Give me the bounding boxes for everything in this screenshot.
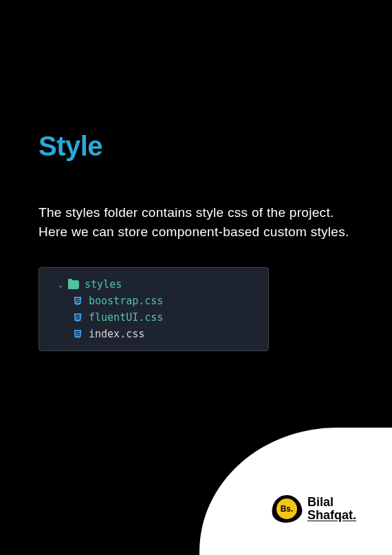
author-badge: Bs. Bilal Shafqat.: [272, 494, 356, 524]
css-icon: [72, 328, 83, 339]
file-row[interactable]: boostrap.css: [39, 293, 268, 309]
file-name: fluentUI.css: [89, 311, 163, 324]
folder-row[interactable]: ⌄ styles: [39, 276, 268, 293]
main-content: Style The styles folder contains style c…: [0, 0, 392, 351]
author-name: Bilal Shafqat.: [307, 496, 356, 522]
file-row[interactable]: index.css: [39, 326, 268, 342]
file-explorer: ⌄ styles boostrap.css fluentUI.css index…: [39, 267, 269, 351]
chevron-down-icon: ⌄: [58, 281, 63, 289]
description-text: The styles folder contains style css of …: [39, 203, 353, 241]
file-name: boostrap.css: [89, 295, 163, 307]
logo-badge: Bs.: [272, 494, 302, 524]
logo-text: Bs.: [276, 499, 297, 519]
css-icon: [72, 295, 83, 306]
author-first-name: Bilal: [307, 496, 356, 509]
folder-name: styles: [85, 278, 122, 291]
footer-shape: [199, 428, 392, 555]
file-name: index.css: [89, 328, 144, 340]
page-title: Style: [39, 131, 353, 162]
file-row[interactable]: fluentUI.css: [39, 309, 268, 326]
author-last-name: Shafqat.: [307, 509, 356, 522]
css-icon: [72, 312, 83, 323]
folder-icon: [68, 280, 79, 289]
